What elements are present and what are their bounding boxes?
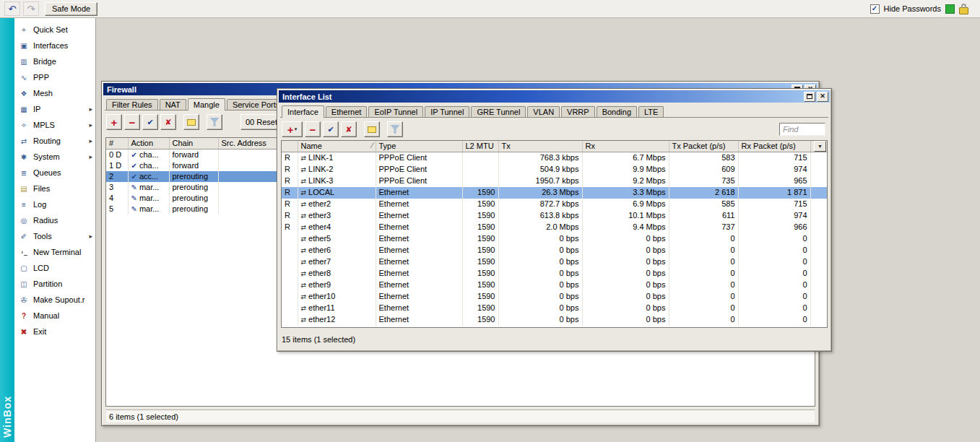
sidebar-item-partition[interactable]: ◫ Partition ▸ [14,276,95,292]
column-header-l2-mtu[interactable]: L2 MTU [462,141,498,152]
column-header-type[interactable]: Type [376,141,462,152]
sidebar-item-make-supout-rif[interactable]: ✇ Make Supout.rif ▸ [14,292,95,308]
column-header-name[interactable]: Name [298,141,376,152]
interface-row[interactable]: ⇄ether12 Ethernet 1590 0 bps 0 bps 0 0 [282,314,827,326]
interface-row[interactable]: ⇄ether8 Ethernet 1590 0 bps 0 bps 0 0 [282,268,827,280]
sidebar-item-ppp[interactable]: ∿ PPP ▸ [14,69,95,85]
comment-button[interactable] [183,114,199,130]
interface-row[interactable]: ⇄ether7 Ethernet 1590 0 bps 0 bps 0 0 [282,256,827,268]
maximize-button[interactable] [804,92,815,102]
interface-tx: 0 bps [498,291,582,303]
tab-vrrp[interactable]: VRRP [561,106,595,117]
sidebar-menu: ✶ Quick Set ▸ ▣ Interfaces ▸ ▥ Bridge ▸ … [14,18,96,442]
column-header-rx-packet-p-s[interactable]: Rx Packet (p/s) [738,141,810,152]
safe-mode-button[interactable]: Safe Mode [45,2,97,16]
interface-list-titlebar[interactable]: Interface List ✕ [279,90,830,103]
interface-l2mtu: 1590 [462,291,498,303]
sidebar-item-queues[interactable]: ≣ Queues ▸ [14,165,95,181]
comment-icon [368,126,376,133]
undo-button[interactable]: ↶ [4,1,20,16]
sidebar-item-label: Partition [33,280,85,288]
redo-button[interactable]: ↷ [23,1,39,16]
status-indicator-icon [945,4,955,14]
rule-chain: prerouting [169,204,218,214]
sidebar-item-exit[interactable]: ✖ Exit ▸ [14,324,95,339]
interface-tx: 0 bps [498,233,582,245]
tab-eoip-tunnel[interactable]: EoIP Tunnel [368,106,423,117]
find-input[interactable] [779,123,825,136]
column-header-tx-packet-p-s[interactable]: Tx Packet (p/s) [669,141,738,152]
interface-row[interactable]: ⇄ether11 Ethernet 1590 0 bps 0 bps 0 0 [282,303,827,314]
sidebar-item-files[interactable]: ▤ Files ▸ [14,181,95,196]
interface-row[interactable]: ⇄ether6 Ethernet 1590 0 bps 0 bps 0 0 [282,245,827,256]
hide-passwords-checkbox[interactable]: ✓ [870,4,880,14]
tab-lte[interactable]: LTE [638,106,664,117]
tab-ip-tunnel[interactable]: IP Tunnel [425,106,469,117]
tab-interface[interactable]: Interface [282,105,324,118]
add-icon: + [111,117,118,128]
sidebar-item-routing[interactable]: ⇄ Routing ▸ [14,133,95,149]
sidebar-item-new-terminal[interactable]: ›_ New Terminal ▸ [14,244,95,260]
rule-chain: forward [169,149,218,160]
tab-nat[interactable]: NAT [160,99,186,110]
disable-button[interactable]: ✘ [160,114,176,130]
interface-row[interactable]: R ⇄LINK-1 PPPoE Client 768.3 kbps 6.7 Mb… [282,152,827,164]
interface-row[interactable]: ⇄ether10 Ethernet 1590 0 bps 0 bps 0 0 [282,291,827,303]
interface-rx: 0 bps [582,314,669,326]
tab-vlan[interactable]: VLAN [527,106,560,117]
interface-row[interactable]: ⇄ether9 Ethernet 1590 0 bps 0 bps 0 0 [282,280,827,291]
column-select-button[interactable]: ▼ [814,141,826,152]
close-button[interactable]: ✕ [817,92,828,102]
column-header-rx[interactable]: Rx [582,141,669,152]
interface-row[interactable]: R ⇄ether4 Ethernet 1590 2.0 Mbps 9.4 Mbp… [282,222,827,233]
filter-button[interactable] [387,121,403,137]
tab-bonding[interactable]: Bonding [597,106,637,117]
column-header-tx[interactable]: Tx [498,141,582,152]
enable-button[interactable]: ✔ [323,121,339,137]
disable-button[interactable]: ✘ [341,121,357,137]
interface-row[interactable]: R ⇄ether2 Ethernet 1590 872.7 kbps 6.9 M… [282,199,827,210]
sidebar-item-manual[interactable]: ? Manual ▸ [14,308,95,324]
hide-passwords-label: Hide Passwords [884,4,941,13]
enable-button[interactable]: ✔ [142,114,158,130]
tab-mangle[interactable]: Mangle [188,98,225,110]
interface-icon: ⇄ [301,282,307,289]
tab-filter-rules[interactable]: Filter Rules [106,99,158,110]
sidebar-item-system[interactable]: ✱ System ▸ [14,149,95,165]
lcd-icon: ▢ [18,262,30,274]
interface-rx-packet: 0 [738,233,810,245]
column-header-flag[interactable] [282,141,298,152]
interface-row[interactable]: R ⇄ether3 Ethernet 1590 613.8 kbps 10.1 … [282,210,827,222]
column-header-chain[interactable]: Chain [169,138,218,149]
sidebar-item-log[interactable]: ≡ Log ▸ [14,196,95,212]
remove-button[interactable]: − [124,114,140,130]
interface-row[interactable]: R ⇄LINK-2 PPPoE Client 504.9 kbps 9.9 Mb… [282,164,827,176]
sidebar-item-lcd[interactable]: ▢ LCD ▸ [14,260,95,276]
filter-button[interactable] [207,114,222,130]
interface-tx-packet: 611 [669,210,738,222]
sidebar-item-label: Queues [33,168,85,177]
sidebar-item-quick-set[interactable]: ✶ Quick Set ▸ [14,22,95,38]
interface-l2mtu: 1590 [462,222,498,233]
tab-ethernet[interactable]: Ethernet [326,106,368,117]
sidebar-item-label: Manual [33,311,85,320]
tab-gre-tunnel[interactable]: GRE Tunnel [471,106,526,117]
sidebar-item-interfaces[interactable]: ▣ Interfaces ▸ [14,38,95,53]
comment-button[interactable] [364,121,380,137]
sidebar-item-ip[interactable]: ▦ IP ▸ [14,101,95,117]
sidebar-item-tools[interactable]: ✐ Tools ▸ [14,228,95,244]
sidebar-item-bridge[interactable]: ▥ Bridge ▸ [14,53,95,69]
remove-button[interactable]: − [305,121,321,137]
column-header-action[interactable]: Action [128,138,169,149]
add-button[interactable]: + [106,114,122,130]
sidebar-item-mesh[interactable]: ❖ Mesh ▸ [14,85,95,101]
interface-row[interactable]: R ⇄LOCAL Ethernet 1590 26.3 Mbps 3.3 Mbp… [282,187,827,199]
add-dropdown-button[interactable]: +▾ [282,121,303,137]
column-header-[interactable]: # [106,138,128,149]
sidebar-item-radius[interactable]: ◎ Radius ▸ [14,212,95,228]
interface-row[interactable]: ⇄ether5 Ethernet 1590 0 bps 0 bps 0 0 [282,233,827,245]
sidebar-item-mpls[interactable]: ✧ MPLS ▸ [14,117,95,133]
log-icon: ≡ [18,199,30,210]
interface-row[interactable]: R ⇄LINK-3 PPPoE Client 1950.7 kbps 9.2 M… [282,176,827,187]
check-action-icon: ✔ [131,162,137,170]
